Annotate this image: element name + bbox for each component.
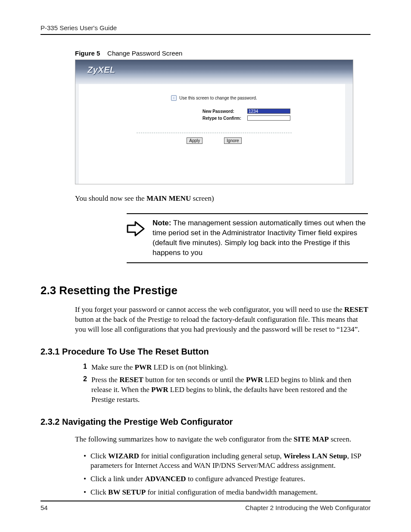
heading-2-3-2: 2.3.2 Navigating the Prestige Web Config… xyxy=(40,417,371,427)
info-icon: i xyxy=(171,95,177,101)
figure-label: Figure 5 xyxy=(75,50,100,57)
list-item: Click BW SETUP for initial configuration… xyxy=(82,488,371,498)
running-head: P-335 Series User's Guide xyxy=(40,24,371,31)
chapter-footer: Chapter 2 Introducing the Web Configurat… xyxy=(245,504,371,511)
item-number: 2 xyxy=(79,375,87,405)
para-2-3-2-intro: The following summarizes how to navigate… xyxy=(75,435,371,445)
note-text: Note: The management session automatical… xyxy=(153,218,368,258)
figure-title: Change Password Screen xyxy=(107,50,182,57)
note-bottom-rule xyxy=(127,262,368,263)
new-password-label: New Password: xyxy=(202,109,246,114)
list-item: 1 Make sure the PWR LED is on (not blink… xyxy=(79,363,371,373)
retype-input[interactable] xyxy=(247,115,290,121)
footer-rule xyxy=(40,501,371,501)
info-text: Use this screen to change the password. xyxy=(179,96,257,100)
reset-procedure-list: 1 Make sure the PWR LED is on (not blink… xyxy=(79,363,371,405)
figure-caption: Figure 5 Change Password Screen xyxy=(75,50,371,57)
page-number: 54 xyxy=(40,504,48,511)
screenshot-body: i Use this screen to change the password… xyxy=(75,84,353,184)
info-line: i Use this screen to change the password… xyxy=(87,95,341,101)
banner: ZyXEL xyxy=(75,60,353,84)
change-password-screenshot: ZyXEL i Use this screen to change the pa… xyxy=(75,59,353,184)
apply-button[interactable]: Apply xyxy=(187,137,202,144)
list-item: Click WIZARD for initial configuration i… xyxy=(82,451,371,471)
retype-row: Retype to Confirm: xyxy=(152,115,341,121)
button-row: Apply Ignore xyxy=(87,137,341,144)
new-password-input[interactable]: 1234 xyxy=(247,109,290,114)
item-number: 1 xyxy=(79,363,87,373)
nav-bullet-list: Click WIZARD for initial configuration i… xyxy=(82,451,371,498)
new-password-row: New Password: 1234 xyxy=(152,109,341,114)
arrow-right-icon xyxy=(127,220,145,239)
retype-label: Retype to Confirm: xyxy=(202,116,246,121)
separator xyxy=(137,133,292,133)
heading-2-3: 2.3 Resetting the Prestige xyxy=(40,284,371,297)
after-figure-text: You should now see the MAIN MENU screen) xyxy=(75,194,371,203)
note-block: Note: The management session automatical… xyxy=(127,213,368,263)
page-footer: 54 Chapter 2 Introducing the Web Configu… xyxy=(40,501,371,511)
list-item: Click a link under ADVANCED to configure… xyxy=(82,474,371,484)
list-item: 2 Press the RESET button for ten seconds… xyxy=(79,375,371,405)
brand-logo: ZyXEL xyxy=(87,65,115,75)
heading-2-3-1: 2.3.1 Procedure To Use The Reset Button xyxy=(40,347,371,357)
para-2-3: If you forget your password or cannot ac… xyxy=(75,305,371,335)
header-rule xyxy=(40,34,371,35)
ignore-button[interactable]: Ignore xyxy=(224,137,241,144)
